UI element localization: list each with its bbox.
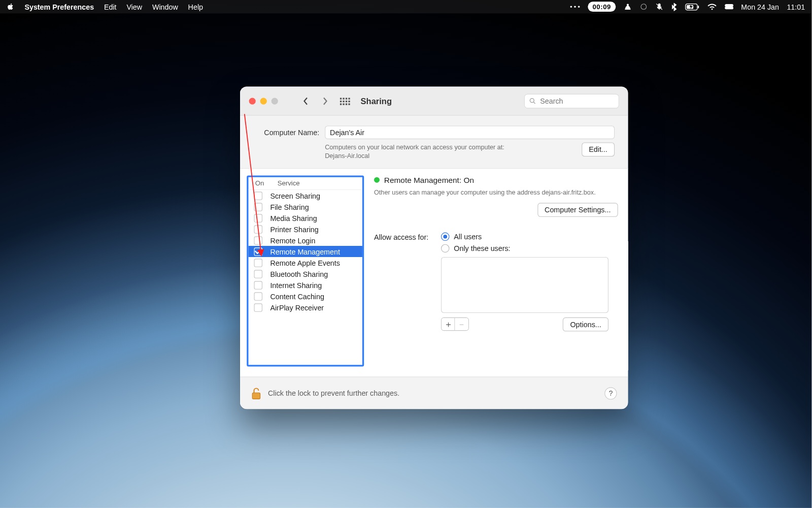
service-name-label: Remote Apple Events bbox=[270, 259, 340, 267]
apple-menu-icon[interactable] bbox=[7, 3, 14, 11]
menubar-extra-dots-icon[interactable] bbox=[570, 4, 580, 10]
service-name-label: Printer Sharing bbox=[270, 225, 318, 234]
menubar-app-icon-2[interactable] bbox=[639, 3, 647, 11]
service-checkbox[interactable] bbox=[254, 281, 263, 290]
service-name-label: Content Caching bbox=[270, 292, 324, 301]
app-menu[interactable]: System Preferences bbox=[24, 3, 94, 11]
service-name-label: Internet Sharing bbox=[270, 281, 322, 290]
service-row-remote-login[interactable]: Remote Login bbox=[249, 235, 362, 246]
menu-help[interactable]: Help bbox=[188, 3, 203, 11]
svg-point-13 bbox=[530, 99, 534, 103]
allow-access-label: Allow access for: bbox=[374, 232, 435, 241]
menubar-clock[interactable]: 11:01 bbox=[787, 3, 805, 11]
search-input[interactable] bbox=[539, 96, 614, 106]
service-checkbox[interactable] bbox=[254, 203, 263, 211]
window-close-button[interactable] bbox=[249, 98, 256, 104]
window-toolbar: Sharing bbox=[240, 87, 628, 116]
service-row-screen-sharing[interactable]: Screen Sharing bbox=[249, 190, 362, 201]
computer-settings-button[interactable]: Computer Settings... bbox=[537, 203, 618, 217]
network-hint-text: Computers on your local network can acce… bbox=[325, 143, 504, 161]
menu-bar: System Preferences Edit View Window Help… bbox=[0, 0, 811, 13]
status-dot-icon bbox=[374, 177, 380, 183]
menubar-timer-pill[interactable]: 00:09 bbox=[588, 2, 616, 12]
service-row-internet-sharing[interactable]: Internet Sharing bbox=[249, 279, 362, 291]
bluetooth-icon[interactable] bbox=[671, 3, 677, 11]
service-row-remote-apple-events[interactable]: Remote Apple Events bbox=[249, 257, 362, 268]
toolbar-search-field[interactable] bbox=[524, 93, 619, 108]
edit-hostname-button[interactable]: Edit... bbox=[582, 143, 615, 157]
svg-point-1 bbox=[574, 6, 577, 8]
service-checkbox[interactable] bbox=[254, 270, 263, 278]
svg-point-3 bbox=[627, 4, 628, 6]
menubar-app-icon-1[interactable] bbox=[623, 3, 632, 11]
service-name-label: Media Sharing bbox=[270, 214, 317, 223]
battery-icon[interactable] bbox=[685, 3, 699, 10]
service-checkbox[interactable] bbox=[254, 303, 263, 312]
service-row-media-sharing[interactable]: Media Sharing bbox=[249, 212, 362, 224]
svg-point-12 bbox=[730, 8, 731, 9]
radio-all-users[interactable]: All users bbox=[441, 232, 608, 241]
mic-muted-icon[interactable] bbox=[655, 3, 663, 11]
menu-window[interactable]: Window bbox=[152, 3, 178, 11]
help-button[interactable]: ? bbox=[604, 387, 617, 399]
service-name-label: Remote Management bbox=[270, 247, 340, 256]
nav-forward-button[interactable] bbox=[319, 96, 330, 107]
svg-point-11 bbox=[726, 5, 727, 6]
service-name-label: File Sharing bbox=[270, 203, 309, 211]
service-checkbox[interactable] bbox=[254, 192, 263, 200]
service-row-printer-sharing[interactable]: Printer Sharing bbox=[249, 224, 362, 235]
service-name-label: Bluetooth Sharing bbox=[270, 270, 328, 278]
options-button[interactable]: Options... bbox=[563, 318, 608, 332]
svg-point-2 bbox=[578, 6, 580, 8]
window-traffic-lights bbox=[249, 98, 278, 104]
window-minimize-button[interactable] bbox=[260, 98, 267, 104]
show-all-button[interactable] bbox=[339, 94, 351, 107]
window-zoom-button[interactable] bbox=[272, 98, 278, 104]
service-status-desc: Other users can manage your computer usi… bbox=[374, 188, 618, 197]
service-row-airplay-receiver[interactable]: AirPlay Receiver bbox=[249, 302, 362, 313]
radio-on-icon bbox=[441, 232, 450, 241]
nav-back-button[interactable] bbox=[300, 96, 312, 107]
lock-icon[interactable] bbox=[251, 387, 261, 399]
radio-only-these-users[interactable]: Only these users: bbox=[441, 244, 608, 253]
remove-user-button: － bbox=[455, 318, 468, 330]
service-checkbox[interactable] bbox=[254, 247, 263, 256]
service-name-label: Remote Login bbox=[270, 236, 315, 245]
service-checkbox[interactable] bbox=[254, 225, 263, 234]
svg-point-0 bbox=[570, 6, 572, 8]
service-checkbox[interactable] bbox=[254, 259, 263, 267]
service-row-file-sharing[interactable]: File Sharing bbox=[249, 201, 362, 212]
service-name-label: AirPlay Receiver bbox=[270, 303, 324, 312]
users-listbox[interactable] bbox=[441, 257, 608, 313]
service-row-bluetooth-sharing[interactable]: Bluetooth Sharing bbox=[249, 268, 362, 279]
service-row-content-caching[interactable]: Content Caching bbox=[249, 291, 362, 302]
svg-rect-14 bbox=[252, 393, 260, 399]
preferences-window: Sharing Computer Name: Dejan's Air Compu… bbox=[240, 87, 628, 409]
wifi-icon[interactable] bbox=[707, 3, 717, 10]
control-center-icon[interactable] bbox=[724, 4, 733, 10]
lock-hint-text: Click the lock to prevent further change… bbox=[268, 389, 399, 398]
service-checkbox[interactable] bbox=[254, 214, 263, 223]
svg-rect-7 bbox=[697, 5, 698, 8]
computer-name-field[interactable]: Dejan's Air bbox=[325, 126, 615, 139]
radio-off-icon bbox=[441, 244, 450, 253]
svg-point-4 bbox=[640, 4, 646, 10]
service-row-remote-management[interactable]: Remote Management bbox=[249, 246, 362, 257]
service-status-title: Remote Management: On bbox=[384, 176, 474, 185]
pane-title: Sharing bbox=[361, 96, 392, 106]
menubar-date[interactable]: Mon 24 Jan bbox=[741, 3, 779, 11]
service-checkbox[interactable] bbox=[254, 236, 263, 245]
menu-view[interactable]: View bbox=[126, 3, 142, 11]
service-checkbox[interactable] bbox=[254, 292, 263, 301]
search-icon bbox=[529, 97, 536, 104]
add-user-button[interactable]: ＋ bbox=[442, 318, 455, 330]
service-name-label: Screen Sharing bbox=[270, 192, 320, 200]
computer-name-label: Computer Name: bbox=[253, 128, 319, 137]
services-header: On Service bbox=[249, 177, 362, 190]
menu-edit[interactable]: Edit bbox=[104, 3, 117, 11]
services-table[interactable]: On Service Screen SharingFile SharingMed… bbox=[247, 176, 364, 367]
